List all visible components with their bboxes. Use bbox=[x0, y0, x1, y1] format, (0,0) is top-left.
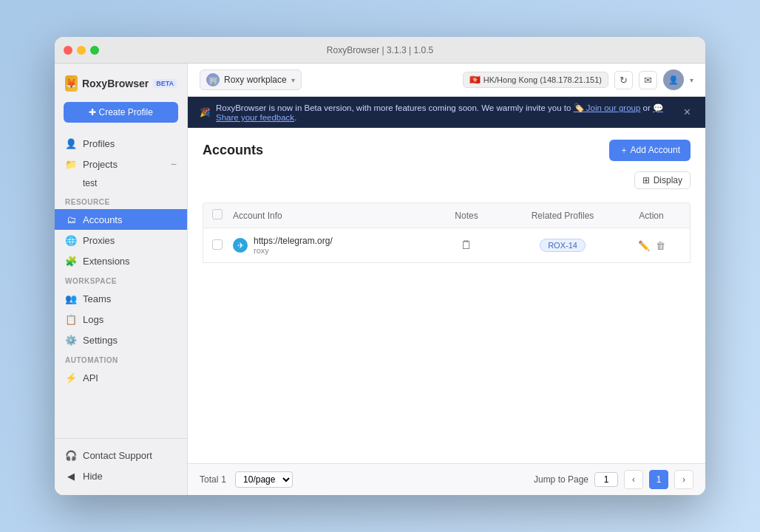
close-button[interactable] bbox=[64, 46, 72, 55]
prev-icon: ‹ bbox=[632, 474, 635, 485]
topbar: 🏢 Roxy workplace ▾ 🇭🇰 HK/Hong Kong (148.… bbox=[188, 64, 705, 97]
note-icon[interactable]: 🗒 bbox=[461, 239, 472, 251]
workspace-label: Roxy workplace bbox=[224, 75, 287, 85]
traffic-lights bbox=[64, 46, 99, 55]
logs-icon: 📋 bbox=[65, 313, 77, 325]
page-number-input[interactable] bbox=[594, 472, 618, 487]
jump-label: Jump to Page bbox=[534, 474, 588, 485]
sidebar-item-label-contact: Contact Support bbox=[83, 450, 152, 461]
section-label-resource: Resource bbox=[55, 192, 187, 209]
prev-page-button[interactable]: ‹ bbox=[624, 470, 643, 489]
current-page: 1 bbox=[656, 474, 662, 485]
logo-icon: 🦊 bbox=[65, 75, 78, 92]
current-page-button[interactable]: 1 bbox=[649, 470, 668, 489]
join-group-link[interactable]: 🏷️ Join our group bbox=[574, 103, 641, 112]
sidebar-item-teams[interactable]: 👥 Teams bbox=[55, 288, 187, 309]
page-content: Accounts ＋ Add Account ⊞ Display Account… bbox=[188, 128, 705, 463]
window-title: RoxyBrowser | 3.1.3 | 1.0.5 bbox=[327, 45, 433, 55]
sidebar-item-label-hide: Hide bbox=[83, 471, 103, 482]
teams-icon: 👥 bbox=[65, 293, 77, 304]
api-icon: ⚡ bbox=[65, 372, 77, 383]
workspace-selector[interactable]: 🏢 Roxy workplace ▾ bbox=[200, 69, 302, 90]
sidebar-bottom: 🎧 Contact Support ◀ Hide bbox=[55, 438, 187, 486]
content-area: 🏢 Roxy workplace ▾ 🇭🇰 HK/Hong Kong (148.… bbox=[188, 64, 705, 495]
avatar-button[interactable]: 👤 bbox=[663, 69, 684, 90]
sidebar-item-extensions[interactable]: 🧩 Extensions bbox=[55, 250, 187, 271]
table-row: ✈ https://telegram.org/ roxy 🗒 ROX-14 bbox=[203, 228, 691, 263]
sidebar-item-logs[interactable]: 📋 Logs bbox=[55, 309, 187, 330]
per-page-select[interactable]: 10/page 20/page 50/page bbox=[235, 471, 293, 488]
account-info: ✈ https://telegram.org/ roxy bbox=[233, 236, 430, 255]
next-page-button[interactable]: › bbox=[674, 470, 693, 489]
sidebar-item-label-extensions: Extensions bbox=[83, 256, 130, 267]
sidebar-item-contact-support[interactable]: 🎧 Contact Support bbox=[55, 445, 187, 466]
table-header: Account Info Notes Related Profiles Acti… bbox=[203, 202, 691, 228]
titlebar: RoxyBrowser | 3.1.3 | 1.0.5 bbox=[55, 37, 705, 64]
logo-text: RoxyBrowser bbox=[82, 78, 149, 89]
main-layout: 🦊 RoxyBrowser BETA ✚ Create Profile 👤 Pr… bbox=[55, 64, 705, 495]
sidebar: 🦊 RoxyBrowser BETA ✚ Create Profile 👤 Pr… bbox=[55, 64, 188, 495]
maximize-button[interactable] bbox=[90, 46, 99, 55]
collapse-icon[interactable]: − bbox=[171, 158, 177, 170]
profiles-icon: 👤 bbox=[65, 137, 77, 149]
dropdown-arrow-icon[interactable]: ▾ bbox=[690, 76, 693, 84]
settings-icon: ⚙️ bbox=[65, 334, 77, 346]
sidebar-sub-label-test: test bbox=[83, 178, 97, 188]
location-badge: 🇭🇰 HK/Hong Kong (148.178.21.151) bbox=[463, 72, 608, 88]
display-icon: ⊞ bbox=[642, 175, 650, 185]
pagination: Jump to Page ‹ 1 › bbox=[534, 470, 693, 489]
notification-banner: 🎉 RoxyBrowser is now in Beta version, wi… bbox=[188, 97, 705, 128]
main-window: RoxyBrowser | 3.1.3 | 1.0.5 🦊 RoxyBrowse… bbox=[55, 37, 705, 495]
sidebar-item-hide[interactable]: ◀ Hide bbox=[55, 466, 187, 486]
sidebar-sub-item-test[interactable]: test bbox=[55, 174, 187, 192]
delete-icon[interactable]: 🗑 bbox=[656, 240, 665, 251]
total-label: Total bbox=[200, 474, 218, 485]
sidebar-item-label-profiles: Profiles bbox=[83, 138, 115, 149]
projects-icon: 📁 bbox=[65, 158, 77, 170]
sidebar-item-api[interactable]: ⚡ API bbox=[55, 367, 187, 388]
col-header-account: Account Info bbox=[233, 211, 430, 221]
profile-tag[interactable]: ROX-14 bbox=[540, 239, 586, 252]
sidebar-item-projects[interactable]: 📁 Projects − bbox=[55, 154, 187, 174]
sidebar-item-profiles[interactable]: 👤 Profiles bbox=[55, 133, 187, 154]
row-checkbox[interactable] bbox=[212, 239, 223, 250]
sidebar-item-label-api: API bbox=[83, 372, 98, 383]
workspace-icon: 🏢 bbox=[206, 73, 220, 86]
contact-support-icon: 🎧 bbox=[65, 449, 77, 461]
telegram-icon: ✈ bbox=[233, 238, 248, 253]
per-page-dropdown[interactable]: 10/page 20/page 50/page bbox=[235, 471, 293, 488]
sidebar-item-label-logs: Logs bbox=[83, 314, 104, 325]
page-header: Accounts ＋ Add Account bbox=[203, 140, 691, 161]
edit-icon[interactable]: ✏️ bbox=[638, 240, 650, 251]
hide-icon: ◀ bbox=[65, 470, 77, 482]
page-title: Accounts bbox=[203, 143, 263, 158]
sidebar-item-label-projects: Projects bbox=[83, 159, 118, 170]
mail-button[interactable]: ✉ bbox=[639, 71, 657, 89]
add-account-button[interactable]: ＋ Add Account bbox=[609, 140, 691, 161]
sidebar-item-accounts[interactable]: 🗂 Accounts bbox=[55, 209, 187, 230]
avatar-icon: 👤 bbox=[668, 75, 679, 85]
account-profiles: ROX-14 bbox=[503, 240, 622, 250]
flag-icon: 🇭🇰 bbox=[469, 75, 481, 85]
sidebar-item-label-proxies: Proxies bbox=[83, 235, 115, 246]
sidebar-item-settings[interactable]: ⚙️ Settings bbox=[55, 330, 187, 350]
sidebar-item-label-accounts: Accounts bbox=[83, 214, 122, 225]
display-button[interactable]: ⊞ Display bbox=[634, 171, 691, 189]
minimize-button[interactable] bbox=[77, 46, 86, 55]
beta-badge: BETA bbox=[153, 79, 177, 88]
sidebar-item-label-teams: Teams bbox=[83, 293, 111, 304]
chevron-down-icon: ▾ bbox=[291, 76, 295, 84]
refresh-button[interactable]: ↻ bbox=[614, 71, 633, 89]
sidebar-item-proxies[interactable]: 🌐 Proxies bbox=[55, 230, 187, 250]
sidebar-item-label-settings: Settings bbox=[83, 335, 118, 346]
select-all-checkbox[interactable] bbox=[212, 209, 223, 219]
col-header-notes: Notes bbox=[430, 211, 503, 221]
footer: Total 1 10/page 20/page 50/page Jump to … bbox=[188, 463, 705, 495]
col-header-profiles: Related Profiles bbox=[503, 211, 622, 221]
banner-close-button[interactable]: × bbox=[681, 106, 693, 119]
create-profile-button[interactable]: ✚ Create Profile bbox=[64, 102, 178, 123]
account-notes: 🗒 bbox=[430, 239, 503, 252]
col-header-action: Action bbox=[622, 211, 681, 221]
extensions-icon: 🧩 bbox=[65, 255, 77, 267]
section-label-automation: Automation bbox=[55, 350, 187, 367]
